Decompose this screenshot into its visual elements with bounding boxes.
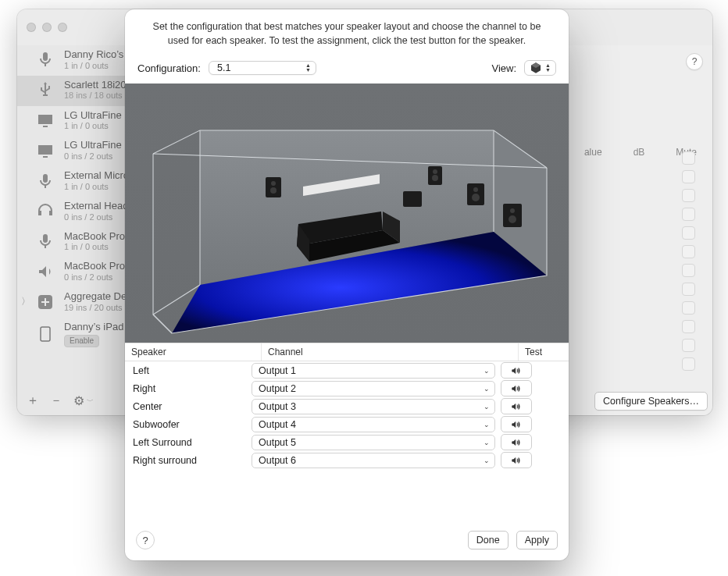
device-name: MacBook Pro M…: [64, 230, 146, 243]
sound-icon: [509, 419, 523, 430]
remove-device-button[interactable]: －: [50, 393, 62, 409]
speaker-name: Subwoofer: [130, 419, 252, 430]
aggregate-icon: [34, 291, 56, 313]
device-name: External Headp…: [64, 200, 145, 212]
mic-icon: [34, 48, 56, 70]
enable-button[interactable]: Enable: [64, 335, 99, 347]
device-io: 0 ins / 2 outs: [64, 151, 145, 162]
mute-checkbox[interactable]: [682, 208, 695, 221]
device-name: LG UltraFine Di…: [64, 139, 145, 151]
device-row[interactable]: External Microp…1 in / 0 outs: [17, 166, 231, 197]
device-content: alue dB Mute Configure Speakers…: [231, 45, 712, 415]
sheet-footer: ? Done Apply: [125, 523, 569, 560]
device-io: 1 in / 0 outs: [64, 182, 145, 192]
device-name: Danny Rico’s iP…: [64, 48, 146, 61]
device-row[interactable]: Danny’s iPadEnable: [17, 318, 231, 352]
device-name: Danny’s iPad: [64, 321, 123, 333]
apply-button[interactable]: Apply: [516, 531, 558, 549]
device-io: 1 in / 0 outs: [64, 121, 145, 131]
channel-select[interactable]: Output 5⌄: [252, 435, 495, 450]
mute-checkbox[interactable]: [682, 283, 695, 296]
mute-checkbox-column: [682, 151, 695, 371]
window-title: Audio Devices: [39, 22, 703, 34]
sidebar-footer: ＋－⚙︎ ﹀: [17, 386, 231, 415]
mute-checkbox[interactable]: [682, 320, 695, 333]
device-name: External Microp…: [64, 169, 145, 182]
done-button[interactable]: Done: [468, 531, 509, 549]
speaker-icon: [34, 261, 56, 283]
device-io: 1 in / 0 outs: [64, 61, 146, 71]
channel-select[interactable]: Output 6⌄: [252, 453, 495, 468]
mute-checkbox[interactable]: [682, 245, 695, 258]
mute-checkbox[interactable]: [682, 151, 695, 165]
audio-midi-window: Audio Devices Danny Rico’s iP…1 in / 0 o…: [17, 9, 712, 415]
mute-checkbox[interactable]: [682, 226, 695, 240]
display-icon: [34, 140, 56, 162]
mute-checkbox[interactable]: [682, 339, 695, 352]
test-speaker-button[interactable]: [501, 434, 532, 450]
usb-icon: [34, 79, 56, 101]
speaker-name: Left Surround: [130, 437, 252, 448]
table-row: SubwooferOutput 4⌄: [125, 415, 569, 433]
device-row[interactable]: MacBook Pro S…0 ins / 2 outs: [17, 257, 231, 287]
mute-checkbox[interactable]: [682, 170, 695, 183]
device-row[interactable]: LG UltraFine Di…1 in / 0 outs: [17, 106, 231, 137]
mute-checkbox[interactable]: [682, 264, 695, 277]
device-row[interactable]: 〉Aggregate Dev…19 ins / 20 outs: [17, 287, 231, 318]
device-name: Scarlett 18i20 U…: [64, 79, 147, 91]
device-io: 0 ins / 2 outs: [64, 272, 145, 283]
device-name: LG UltraFine Di…: [64, 109, 145, 122]
device-row[interactable]: Scarlett 18i20 U…18 ins / 18 outs: [17, 76, 231, 106]
mic-icon: [34, 170, 56, 192]
close-dot[interactable]: [27, 23, 36, 32]
window-help-button[interactable]: ?: [686, 53, 703, 70]
device-name: Aggregate Dev…: [64, 290, 142, 303]
device-io: 0 ins / 2 outs: [64, 212, 145, 222]
test-speaker-button[interactable]: [501, 452, 532, 468]
mute-checkbox[interactable]: [682, 357, 695, 371]
channel-select[interactable]: Output 4⌄: [252, 417, 495, 432]
device-io: 18 ins / 18 outs: [64, 91, 147, 101]
device-sidebar: Danny Rico’s iP…1 in / 0 outsScarlett 18…: [17, 45, 231, 415]
chevron-down-icon: ⌄: [484, 439, 490, 446]
mute-checkbox[interactable]: [682, 301, 695, 315]
mic-icon: [34, 230, 56, 252]
mute-checkbox[interactable]: [682, 189, 695, 202]
device-io: 1 in / 0 outs: [64, 242, 146, 252]
configure-speakers-button[interactable]: Configure Speakers…: [594, 392, 708, 411]
action-menu-button[interactable]: ⚙︎ ﹀: [73, 393, 94, 408]
titlebar: Audio Devices: [17, 9, 712, 45]
headphones-icon: [34, 200, 56, 222]
device-row[interactable]: External Headp…0 ins / 2 outs: [17, 197, 231, 227]
table-row: Right surroundOutput 6⌄: [125, 451, 569, 469]
display-icon: [34, 109, 56, 131]
ipad-icon: [34, 323, 56, 345]
device-row[interactable]: MacBook Pro M…1 in / 0 outs: [17, 227, 231, 258]
device-io: 19 ins / 20 outs: [64, 303, 142, 313]
disclosure-icon[interactable]: 〉: [21, 295, 30, 308]
sound-icon: [509, 437, 523, 448]
chevron-down-icon: ⌄: [484, 421, 490, 428]
help-button[interactable]: ?: [136, 531, 155, 549]
add-device-button[interactable]: ＋: [27, 393, 39, 409]
chevron-down-icon: ⌄: [484, 457, 490, 464]
device-row[interactable]: LG UltraFine Di…0 ins / 2 outs: [17, 136, 231, 166]
speaker-name: Right surround: [130, 455, 252, 466]
device-row[interactable]: Danny Rico’s iP…1 in / 0 outs: [17, 45, 231, 76]
sound-icon: [509, 455, 523, 466]
test-speaker-button[interactable]: [501, 416, 532, 432]
column-headers: alue dB Mute: [231, 139, 712, 158]
device-name: MacBook Pro S…: [64, 260, 145, 272]
table-row: Left SurroundOutput 5⌄: [125, 433, 569, 451]
